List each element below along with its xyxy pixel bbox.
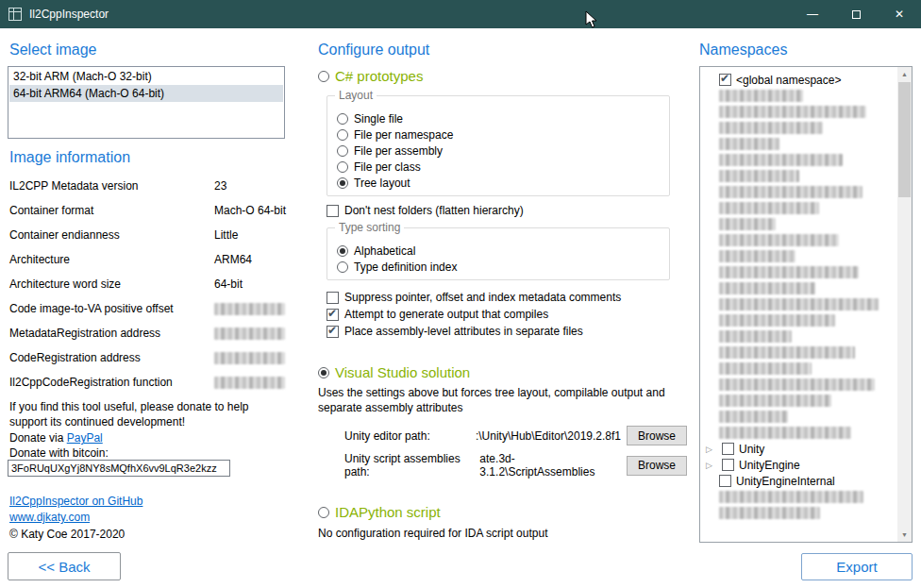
ida-description: No configuration required for IDA script…	[318, 526, 684, 541]
redacted-namespace-label	[719, 106, 866, 118]
table-row: Architecture word size 64-bit	[9, 272, 287, 296]
radio-icon	[337, 245, 348, 257]
expander-icon[interactable]: ▷	[706, 444, 717, 455]
namespace-label: UnityEngineInternal	[736, 475, 835, 488]
radio-icon	[337, 145, 348, 157]
radio-file-per-namespace[interactable]: File per namespace	[337, 127, 660, 142]
radio-file-per-class[interactable]: File per class	[337, 160, 660, 174]
unity-script-path-label: Unity script assemblies path:	[344, 452, 479, 479]
table-row: Container format Mach-O 64-bit	[9, 198, 287, 223]
export-button[interactable]: Export	[801, 553, 913, 580]
namespace-item-redacted[interactable]	[704, 280, 896, 296]
redacted-namespace-label	[719, 138, 779, 150]
namespace-item-unityengine[interactable]: ▷ UnityEngine	[704, 457, 896, 473]
namespace-item-redacted[interactable]	[704, 505, 896, 521]
checkbox-flatten-hierarchy[interactable]: Don't nest folders (flatten hierarchy)	[327, 202, 524, 219]
namespace-item-redacted[interactable]	[704, 232, 896, 248]
redacted-namespace-label	[719, 427, 851, 439]
redacted-namespace-label	[719, 314, 835, 327]
info-label: Architecture word size	[9, 277, 214, 291]
redacted-namespace-label	[719, 186, 862, 198]
namespace-item-redacted[interactable]	[704, 344, 896, 361]
namespace-item-redacted[interactable]	[704, 152, 896, 168]
radio-csharp-prototypes[interactable]: C# prototypes	[318, 68, 423, 84]
namespace-item-redacted[interactable]	[704, 361, 896, 377]
vertical-scrollbar[interactable]: ▲ ▼	[897, 67, 912, 542]
radio-label: File per assembly	[354, 144, 443, 158]
redacted-namespace-label	[719, 170, 799, 182]
table-row: Il2CppCodeRegistration function	[9, 370, 287, 395]
radio-idapython-script[interactable]: IDAPython script	[318, 504, 441, 520]
ns-redacted-after	[704, 489, 896, 521]
list-item[interactable]: 32-bit ARM (Mach-O 32-bit)	[9, 68, 283, 85]
namespace-item-redacted[interactable]	[704, 312, 896, 328]
expander-icon[interactable]: ▷	[706, 460, 717, 471]
checkbox-attempt-compile[interactable]: Attempt to generate output that compiles	[327, 306, 548, 323]
info-label: CodeRegistration address	[9, 351, 214, 364]
checkbox-suppress-metadata-comments[interactable]: Suppress pointer, offset and index metad…	[327, 289, 621, 306]
info-value: ARM64	[214, 253, 252, 266]
minimize-button[interactable]: —	[791, 0, 834, 28]
bitcoin-address-input[interactable]	[8, 460, 230, 477]
namespace-item-redacted[interactable]	[704, 409, 896, 425]
website-link[interactable]: www.djkaty.com	[9, 511, 90, 524]
redacted-namespace-label	[719, 234, 839, 246]
namespace-item-redacted[interactable]	[704, 489, 896, 505]
redacted-namespace-label	[719, 330, 792, 343]
table-row: CodeRegistration address	[9, 345, 287, 370]
redacted-value	[214, 352, 285, 364]
namespace-item-redacted[interactable]	[704, 328, 896, 344]
namespace-item-redacted[interactable]	[704, 393, 896, 409]
redacted-namespace-label	[719, 378, 875, 391]
radio-file-per-assembly[interactable]: File per assembly	[337, 143, 660, 158]
namespace-item-unity[interactable]: ▷ Unity	[704, 441, 896, 457]
close-button[interactable]: ✕	[878, 0, 921, 28]
checkbox-assembly-attributes-separate[interactable]: Place assembly-level attributes in separ…	[327, 323, 583, 340]
namespace-item-redacted[interactable]	[704, 168, 896, 184]
browse-editor-button[interactable]: Browse	[627, 426, 687, 445]
scrollbar-thumb[interactable]	[898, 82, 911, 197]
namespace-item-redacted[interactable]	[704, 296, 896, 312]
namespace-item-redacted[interactable]	[704, 216, 896, 232]
radio-type-definition-index[interactable]: Type definition index	[337, 260, 660, 274]
namespace-item-redacted[interactable]	[704, 377, 896, 393]
radio-label: Alphabetical	[354, 244, 415, 258]
radio-alphabetical[interactable]: Alphabetical	[337, 244, 660, 258]
checkbox-icon	[722, 443, 734, 455]
namespace-item-redacted[interactable]	[704, 200, 896, 216]
list-item[interactable]: 64-bit ARM64 (Mach-O 64-bit)	[9, 85, 283, 102]
donate-via-line: Donate via PayPal	[9, 430, 103, 445]
radio-visual-studio-solution[interactable]: Visual Studio solution	[318, 364, 470, 380]
redacted-namespace-label	[719, 202, 819, 214]
paypal-link[interactable]: PayPal	[67, 431, 103, 445]
scroll-up-icon[interactable]: ▲	[897, 67, 912, 81]
namespace-item-redacted[interactable]	[704, 88, 896, 104]
namespace-item-redacted[interactable]	[704, 425, 896, 441]
redacted-value	[214, 377, 285, 389]
info-value: 23	[214, 179, 226, 193]
unity-script-assemblies-path-row: Unity script assemblies path: ate.3d-3.1…	[344, 452, 687, 479]
namespace-item-redacted[interactable]	[704, 104, 896, 120]
namespace-item-global[interactable]: <global namespace>	[704, 72, 896, 88]
browse-script-button[interactable]: Browse	[627, 456, 687, 476]
unity-editor-path-label: Unity editor path:	[344, 429, 430, 443]
radio-label: C# prototypes	[335, 68, 423, 84]
namespace-item-redacted[interactable]	[704, 248, 896, 264]
checkbox-label: Attempt to generate output that compiles	[344, 308, 548, 321]
maximize-button[interactable]	[834, 0, 878, 28]
redacted-namespace-label	[719, 346, 855, 359]
checkbox-icon	[722, 459, 734, 471]
scroll-down-icon[interactable]: ▼	[897, 528, 912, 542]
namespace-item-redacted[interactable]	[704, 184, 896, 200]
back-button[interactable]: << Back	[8, 552, 121, 580]
namespace-item-unityengineinternal[interactable]: UnityEngineInternal	[704, 473, 896, 489]
namespace-item-redacted[interactable]	[704, 136, 896, 152]
namespace-item-redacted[interactable]	[704, 120, 896, 136]
radio-tree-layout[interactable]: Tree layout	[337, 176, 660, 190]
image-information-heading: Image information	[9, 149, 130, 166]
radio-single-file[interactable]: Single file	[337, 111, 660, 126]
namespace-item-redacted[interactable]	[704, 264, 896, 280]
github-link[interactable]: Il2CppInspector on GitHub	[9, 495, 142, 508]
layout-group-title: Layout	[335, 89, 377, 102]
redacted-namespace-label	[719, 218, 776, 230]
